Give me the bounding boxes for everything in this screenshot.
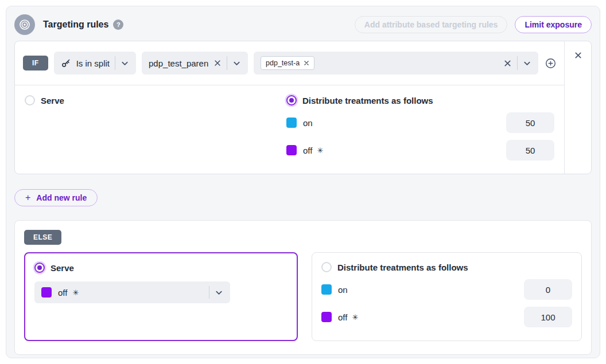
default-marker: ✳ [317,146,323,155]
treatment-tag-label: pdp_test-a [266,59,300,67]
else-distribute-card: Distribute treatments as follows on 0 of… [312,252,582,341]
treatment-row: on 50 [286,112,554,133]
rule-condition-row: IF Is in split pdp_test_par [15,41,564,85]
treatment-percentage-input[interactable]: 100 [524,307,572,327]
treatment-off-swatch [286,145,297,155]
treatment-on-swatch [321,284,332,295]
treatment-percentage-input[interactable]: 50 [506,140,554,161]
treatment-tag: pdp_test-a [261,56,314,70]
matcher-label: Is in split [76,58,110,68]
treatment-off-swatch [41,287,52,298]
treatment-percentage-input[interactable]: 50 [506,112,554,133]
default-marker: ✳ [352,313,358,322]
split-name: pdp_test_paren [149,58,208,68]
treatment-row: off ✳ 50 [286,140,554,161]
divider [115,56,115,70]
bullseye-icon [14,14,35,35]
divider [517,56,518,70]
add-condition-icon[interactable] [545,58,556,69]
else-distribute-label: Distribute treatments as follows [337,263,468,272]
else-serve-card: Serve off ✳ [24,252,298,341]
chevron-down-icon[interactable] [121,59,129,68]
rule-serve-section: Serve Distribute treatments as follows o… [15,85,564,174]
tag-remove-icon[interactable] [304,60,309,66]
split-select[interactable]: pdp_test_paren [142,52,248,75]
serve-radio[interactable] [25,95,35,105]
targeting-rules-panel: Targeting rules ? Add attribute based ta… [6,6,600,358]
distribute-radio[interactable] [286,95,297,105]
treatment-multiselect[interactable]: pdp_test-a [254,52,538,75]
limit-exposure-button[interactable]: Limit exposure [515,16,592,33]
divider [209,286,209,299]
if-badge: IF [23,56,48,71]
else-distribute-radio[interactable] [321,262,332,272]
targeting-rule-card: IF Is in split pdp_test_par [14,41,592,174]
distribute-label: Distribute treatments as follows [302,96,433,105]
else-serve-label: Serve [50,263,74,273]
default-marker: ✳ [72,288,79,297]
add-new-rule-button[interactable]: + Add new rule [14,189,98,206]
clear-all-icon[interactable] [503,59,512,68]
panel-header: Targeting rules ? Add attribute based ta… [14,14,592,35]
treatment-on-swatch [286,118,297,128]
help-icon[interactable]: ? [113,19,123,30]
else-badge: ELSE [24,230,61,245]
serve-label: Serve [41,96,64,105]
treatment-row: off ✳ 100 [321,307,572,327]
matcher-select[interactable]: Is in split [54,52,136,75]
else-section: ELSE Serve off ✳ [14,220,592,355]
add-attribute-rules-button[interactable]: Add attribute based targeting rules [355,16,508,33]
chevron-down-icon[interactable] [215,288,223,297]
treatment-off-swatch [321,312,332,322]
else-serve-treatment-select[interactable]: off ✳ [34,281,230,303]
divider [227,56,227,70]
delete-rule-icon[interactable] [574,50,582,60]
page-title: Targeting rules [43,19,108,30]
chevron-down-icon[interactable] [232,59,241,68]
treatment-row: on 0 [321,279,572,300]
plus-icon: + [25,193,30,203]
treatment-percentage-input[interactable]: 0 [524,279,572,300]
else-serve-radio[interactable] [34,263,45,273]
rule-actions-column [564,41,591,174]
clear-icon[interactable] [213,59,222,67]
key-icon [61,58,71,68]
chevron-down-icon[interactable] [523,59,531,68]
